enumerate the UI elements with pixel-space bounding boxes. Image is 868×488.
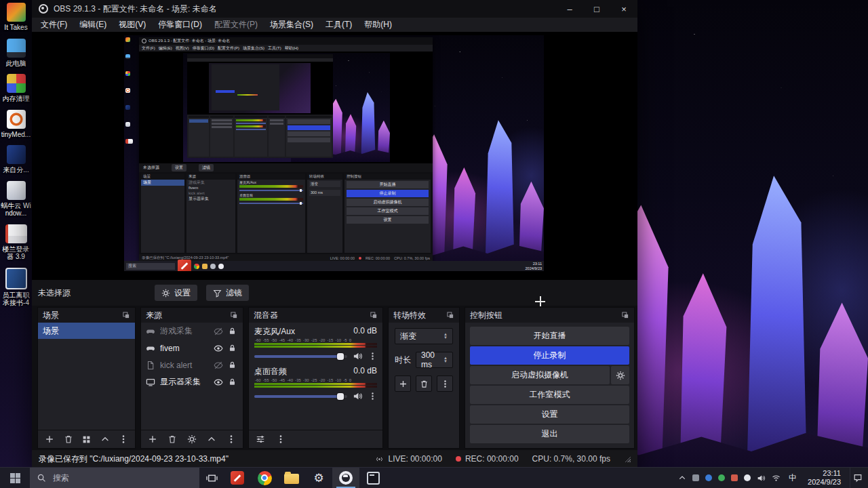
- slider-handle[interactable]: [337, 393, 344, 400]
- add-scene-icon[interactable]: [45, 434, 54, 444]
- taskbar-search[interactable]: [30, 468, 199, 488]
- desktop-icon-tinymed[interactable]: tinyMed...: [0, 110, 32, 139]
- dock-popout-icon[interactable]: [370, 311, 378, 319]
- preview-area: OBS 29.1.3 - 配置文件: 未命名 - 场景: 未命名 文件(F) 编…: [32, 32, 637, 280]
- lock-icon[interactable]: [228, 327, 237, 336]
- scene-item-selected[interactable]: 场景: [38, 323, 135, 339]
- settings-button[interactable]: 设置: [470, 405, 629, 424]
- taskbar-app-chrome[interactable]: [251, 468, 278, 488]
- mic-volume-slider[interactable]: [254, 355, 347, 358]
- mixer-more-icon[interactable]: [276, 434, 285, 444]
- visibility-off-icon[interactable]: [214, 327, 223, 336]
- menu-tools[interactable]: 工具(T): [319, 18, 358, 32]
- taskbar-app-red[interactable]: [224, 468, 251, 488]
- dock-popout-icon[interactable]: [230, 311, 238, 319]
- duration-row: 时长 300 ms ▲▼: [395, 352, 453, 368]
- menu-docks[interactable]: 停靠窗口(D): [152, 18, 208, 32]
- dock-popout-icon[interactable]: [621, 311, 629, 319]
- menu-file[interactable]: 文件(F): [35, 18, 73, 32]
- close-button[interactable]: ×: [610, 0, 637, 18]
- preview-canvas[interactable]: OBS 29.1.3 - 配置文件: 未命名 - 场景: 未命名 文件(F) 编…: [124, 35, 544, 271]
- tray-green-app-icon[interactable]: [718, 474, 725, 481]
- lock-icon[interactable]: [228, 361, 237, 369]
- volume-icon[interactable]: [757, 474, 766, 483]
- captured-button: 启动虚拟摄像机: [347, 199, 429, 206]
- menu-edit[interactable]: 编辑(E): [73, 18, 113, 32]
- mic-more-icon[interactable]: [368, 352, 377, 361]
- remove-source-icon[interactable]: [167, 434, 177, 444]
- network-icon[interactable]: [772, 474, 781, 483]
- minimize-button[interactable]: –: [556, 0, 583, 18]
- maximize-button[interactable]: □: [583, 0, 610, 18]
- taskbar-app-obs[interactable]: [332, 468, 359, 488]
- add-source-icon[interactable]: [148, 434, 157, 444]
- tray-gray-app-icon[interactable]: [692, 474, 699, 481]
- stop-recording-button[interactable]: 停止录制: [470, 346, 629, 365]
- transition-select[interactable]: 渐变 ▲▼: [395, 328, 453, 344]
- menu-profile[interactable]: 配置文件(P): [208, 18, 264, 32]
- scene-filters-icon[interactable]: [82, 435, 91, 444]
- resize-grip[interactable]: [624, 455, 631, 462]
- menu-scene-collection[interactable]: 场景集合(S): [264, 18, 319, 32]
- source-row-fivem[interactable]: fivem: [141, 340, 243, 357]
- desktop-icon-woniu-cloud[interactable]: 蜗牛云 Window...: [0, 181, 32, 218]
- move-source-up-icon[interactable]: [207, 434, 216, 444]
- search-input[interactable]: [52, 472, 156, 483]
- virtual-camera-settings-button[interactable]: [611, 366, 629, 384]
- source-filters-button[interactable]: 滤镜: [206, 285, 249, 301]
- desktop-volume-slider[interactable]: [254, 395, 347, 398]
- taskbar-app-window[interactable]: [359, 468, 387, 488]
- visibility-off-icon[interactable]: [214, 361, 223, 370]
- desktop-icon-loulan[interactable]: 楼兰登录器 3.9: [0, 224, 32, 261]
- desktop-icon-it-takes[interactable]: It Takes: [0, 3, 32, 32]
- desktop-icon-this-pc[interactable]: 此电脑: [0, 39, 32, 68]
- menu-help[interactable]: 帮助(H): [358, 18, 398, 32]
- move-scene-up-icon[interactable]: [100, 434, 110, 444]
- source-row-display-capture[interactable]: 显示器采集: [141, 373, 243, 390]
- duration-spinbox[interactable]: 300 ms ▲▼: [416, 352, 453, 368]
- taskbar-app-settings[interactable]: ⚙: [305, 468, 332, 488]
- remove-scene-icon[interactable]: [64, 434, 73, 444]
- loulan-icon: [5, 224, 27, 243]
- source-row-kick-alert[interactable]: kick alert: [141, 357, 243, 373]
- desktop-icon-memory-clean[interactable]: 内存清理: [0, 74, 32, 103]
- scenes-more-icon[interactable]: [119, 434, 128, 444]
- start-virtual-camera-button[interactable]: 启动虚拟摄像机: [470, 366, 610, 384]
- menu-view[interactable]: 视图(V): [113, 18, 152, 32]
- visibility-on-icon[interactable]: [214, 344, 223, 353]
- tray-blue-app-icon[interactable]: [705, 474, 712, 481]
- speaker-icon[interactable]: [353, 351, 363, 361]
- notification-center-button[interactable]: [850, 468, 865, 488]
- studio-mode-button[interactable]: 工作室模式: [470, 386, 629, 404]
- tray-cloud-icon[interactable]: [744, 474, 751, 481]
- speaker-icon[interactable]: [353, 391, 363, 401]
- lock-icon[interactable]: [228, 378, 237, 386]
- source-row-game-capture[interactable]: 游戏采集: [141, 323, 243, 340]
- window-title: OBS 29.1.3 - 配置文件: 未命名 - 场景: 未命名: [54, 3, 556, 15]
- taskbar-clock[interactable]: 23:11 2024/9/23: [805, 469, 844, 487]
- transition-properties-button[interactable]: [437, 375, 453, 392]
- desktop-more-icon[interactable]: [368, 392, 377, 401]
- sources-more-icon[interactable]: [226, 434, 236, 444]
- visibility-on-icon[interactable]: [214, 378, 223, 387]
- tray-expand-icon[interactable]: [677, 474, 686, 483]
- taskbar-app-explorer[interactable]: [278, 468, 305, 488]
- captured-icon: [125, 122, 130, 127]
- remove-transition-button[interactable]: [416, 375, 432, 392]
- task-view-button[interactable]: [199, 468, 224, 488]
- start-button[interactable]: [0, 468, 30, 488]
- advanced-audio-icon[interactable]: [256, 434, 265, 444]
- tray-security-icon[interactable]: [731, 474, 738, 481]
- source-properties-icon[interactable]: [187, 434, 197, 444]
- slider-handle[interactable]: [337, 353, 344, 360]
- input-method-indicator[interactable]: 中: [787, 472, 799, 484]
- desktop-icon-laizifen[interactable]: 来自分...: [0, 145, 32, 174]
- source-settings-button[interactable]: 设置: [155, 285, 197, 301]
- exit-button[interactable]: 退出: [470, 425, 629, 443]
- start-streaming-button[interactable]: 开始直播: [470, 327, 629, 345]
- desktop-icon-word-doc[interactable]: 员工离职 承接书-4: [0, 268, 32, 307]
- dock-popout-icon[interactable]: [446, 311, 454, 319]
- lock-icon[interactable]: [228, 344, 237, 352]
- add-transition-button[interactable]: [395, 375, 411, 392]
- dock-popout-icon[interactable]: [122, 311, 130, 319]
